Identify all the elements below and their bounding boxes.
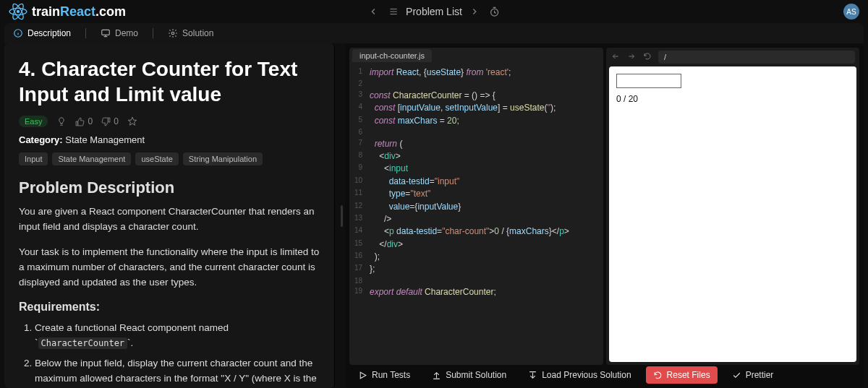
code-line[interactable]: 10 data-testid="input" [349, 176, 603, 188]
description-icon [13, 28, 23, 38]
code-content[interactable]: return ( [370, 138, 402, 150]
code-content[interactable]: export default CharacterCounter; [370, 286, 496, 298]
section-title: Problem Description [19, 178, 320, 197]
description-paragraph: You are given a React component Characte… [19, 204, 320, 235]
preview-url-input[interactable] [658, 51, 855, 64]
reload-icon [643, 52, 652, 61]
horizontal-splitter[interactable] [338, 43, 345, 388]
code-line[interactable]: 4 const [inputValue, setInputValue] = us… [349, 102, 603, 114]
code-line[interactable]: 18 [349, 276, 603, 287]
code-line[interactable]: 5 const maxChars = 20; [349, 115, 603, 127]
code-content[interactable]: }; [370, 263, 375, 275]
next-problem-button[interactable] [467, 4, 482, 20]
preview-pane: 0 / 20 [606, 48, 859, 365]
code-line[interactable]: 16 ); [349, 251, 603, 263]
line-number: 9 [349, 163, 370, 175]
code-content[interactable]: value={inputValue} [370, 201, 461, 213]
timer-button[interactable] [487, 4, 503, 20]
workspace-panel: input-ch-counter.js 1import React, {useS… [345, 43, 864, 388]
line-number: 16 [349, 251, 370, 263]
code-content[interactable]: import React, {useState} from 'react'; [370, 66, 511, 79]
line-number: 2 [349, 79, 370, 90]
upvote-button[interactable]: 0 [75, 116, 93, 126]
requirements-list: Create a functional React component name… [19, 321, 320, 388]
tab-description[interactable]: Description [13, 28, 71, 38]
code-content[interactable]: <div> [370, 150, 401, 163]
monitor-icon [101, 28, 111, 38]
code-line[interactable]: 9 <input [349, 163, 603, 175]
code-content[interactable]: data-testid="input" [370, 176, 459, 188]
problem-list-button[interactable] [386, 4, 401, 20]
code-content[interactable]: const maxChars = 20; [370, 115, 459, 127]
problem-title: 4. Character Counter for Text Input and … [19, 56, 320, 107]
preview-body: 0 / 20 [609, 66, 856, 362]
code-editor[interactable]: input-ch-counter.js 1import React, {useS… [349, 48, 603, 365]
reset-files-button[interactable]: Reset Files [646, 366, 718, 384]
code-content[interactable]: <input [370, 163, 408, 175]
code-content[interactable]: ); [370, 251, 380, 263]
brand-logo[interactable]: trainReact.com [9, 2, 126, 21]
preview-forward-button[interactable] [626, 52, 637, 63]
requirements-title: Requirements: [19, 301, 320, 314]
code-body[interactable]: 1import React, {useState} from 'react';2… [349, 62, 603, 365]
hint-button[interactable] [56, 116, 67, 126]
download-icon [528, 371, 537, 380]
code-line[interactable]: 1import React, {useState} from 'react'; [349, 66, 603, 79]
downvote-button[interactable]: 0 [101, 116, 119, 126]
code-line[interactable]: 6 [349, 127, 603, 138]
line-number: 10 [349, 176, 370, 188]
prev-problem-button[interactable] [365, 4, 381, 20]
run-tests-button[interactable]: Run Tests [351, 366, 417, 384]
tag-chip[interactable]: useState [135, 152, 178, 165]
line-number: 3 [349, 90, 370, 102]
code-line[interactable]: 3const CharacterCounter = () => { [349, 90, 603, 102]
preview-reload-button[interactable] [642, 52, 652, 63]
file-tab[interactable]: input-ch-counter.js [352, 49, 432, 62]
chevron-left-icon [368, 7, 378, 17]
code-content[interactable]: </div> [370, 238, 403, 251]
tag-chip[interactable]: String Manipulation [183, 152, 263, 165]
preview-back-button[interactable] [610, 52, 621, 63]
code-content[interactable]: const [inputValue, setInputValue] = useS… [370, 102, 556, 114]
problem-list-label[interactable]: Problem List [406, 6, 462, 17]
code-content[interactable]: <p data-testid="char-count">0 / {maxChar… [370, 225, 569, 238]
code-line[interactable]: 8 <div> [349, 150, 603, 163]
favorite-button[interactable] [127, 116, 137, 126]
thumbs-down-icon [101, 117, 111, 126]
code-line[interactable]: 19export default CharacterCounter; [349, 286, 603, 298]
tag-chips: Input State Management useState String M… [19, 152, 320, 165]
play-icon [358, 371, 367, 380]
tag-chip[interactable]: Input [19, 152, 48, 165]
tab-demo[interactable]: Demo [101, 28, 138, 38]
upload-icon [432, 371, 441, 380]
main-split: 4. Character Counter for Text Input and … [4, 43, 864, 388]
submit-solution-button[interactable]: Submit Solution [425, 366, 514, 384]
line-number: 17 [349, 263, 370, 275]
code-content[interactable]: type="text" [370, 188, 430, 200]
category-line: Category: State Management [19, 134, 320, 145]
tab-solution[interactable]: Solution [168, 28, 213, 38]
code-line[interactable]: 15 </div> [349, 238, 603, 251]
load-previous-button[interactable]: Load Previous Solution [521, 366, 638, 384]
code-line[interactable]: 2 [349, 79, 603, 90]
code-line[interactable]: 12 value={inputValue} [349, 201, 603, 213]
code-line[interactable]: 11 type="text" [349, 188, 603, 200]
chevron-right-icon [469, 7, 480, 17]
tab-separator [85, 28, 86, 38]
code-line[interactable]: 13 /> [349, 213, 603, 225]
arrow-right-icon [627, 52, 636, 61]
action-bar: Run Tests Submit Solution Load Previous … [346, 365, 862, 387]
code-content[interactable]: const CharacterCounter = () => { [370, 90, 495, 102]
tab-solution-label: Solution [182, 28, 213, 38]
svg-point-7 [171, 32, 174, 35]
prettier-button[interactable]: Prettier [725, 366, 781, 384]
code-line[interactable]: 7 return ( [349, 138, 603, 150]
code-line[interactable]: 14 <p data-testid="char-count">0 / {maxC… [349, 225, 603, 238]
tab-separator [153, 28, 153, 38]
preview-text-input[interactable] [616, 74, 681, 88]
tag-chip[interactable]: State Management [52, 152, 131, 165]
user-avatar[interactable]: AS [843, 4, 859, 20]
code-line[interactable]: 17}; [349, 263, 603, 275]
inline-code: CharacterCounter [38, 337, 128, 349]
code-content[interactable]: /> [370, 213, 391, 225]
